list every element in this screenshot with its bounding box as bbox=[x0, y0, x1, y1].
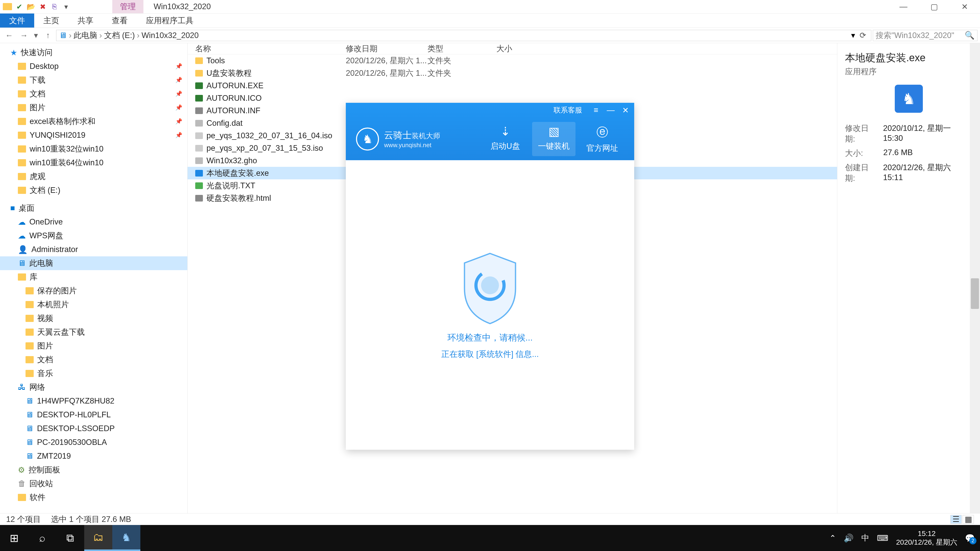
sidebar-item-quick-access[interactable]: 文档 (E:) bbox=[0, 183, 187, 197]
col-header-type[interactable]: 类型 bbox=[428, 43, 496, 54]
tree-control-panel[interactable]: ⚙ 控制面板 bbox=[0, 463, 187, 477]
file-row[interactable]: AUTORUN.EXE bbox=[188, 79, 837, 92]
nav-forward-button[interactable]: → bbox=[18, 30, 30, 41]
nav-back-button[interactable]: ← bbox=[3, 30, 16, 41]
qat-open-folder-icon[interactable]: 📂 bbox=[25, 1, 36, 12]
search-button[interactable]: ⌕ bbox=[28, 525, 56, 551]
sidebar-item[interactable]: 🖥此电脑 bbox=[0, 256, 187, 270]
tree-recycle-bin[interactable]: 🗑 回收站 bbox=[0, 477, 187, 491]
col-header-name[interactable]: 名称 bbox=[195, 43, 346, 54]
nav-up-button[interactable]: ↑ bbox=[41, 30, 55, 41]
installer-minimize-button[interactable]: — bbox=[605, 105, 617, 115]
folder-icon bbox=[18, 173, 26, 180]
folder-icon bbox=[18, 90, 26, 97]
library-icon bbox=[18, 273, 26, 281]
sidebar-item-library[interactable]: 音乐 bbox=[0, 367, 187, 380]
tab-one-click-install[interactable]: ▧ 一键装机 bbox=[532, 122, 576, 156]
breadcrumb[interactable]: 🖥 › 此电脑 › 文档 (E:) › Win10x32_2020 ▾ ⟳ bbox=[56, 30, 871, 41]
file-row[interactable]: U盘安装教程2020/12/26, 星期六 1...文件夹 bbox=[188, 67, 837, 79]
tab-official-site[interactable]: ⓔ 官方网址 bbox=[581, 122, 624, 156]
tree-quick-access[interactable]: ★ 快速访问 bbox=[0, 46, 187, 59]
sidebar-item-quick-access[interactable]: win10重装32位win10 bbox=[0, 142, 187, 156]
breadcrumb-item[interactable]: Win10x32_2020 bbox=[142, 31, 199, 40]
chevron-right-icon[interactable]: › bbox=[99, 31, 102, 40]
close-button[interactable]: ✕ bbox=[950, 0, 980, 14]
file-list[interactable]: Tools2020/12/26, 星期六 1...文件夹U盘安装教程2020/1… bbox=[188, 54, 837, 513]
sidebar-item-quick-access[interactable]: excel表格制作求和📌 bbox=[0, 114, 187, 128]
sidebar-item-library[interactable]: 图片 bbox=[0, 339, 187, 353]
col-header-size[interactable]: 大小 bbox=[496, 43, 547, 54]
qat-dropdown-icon[interactable]: ▾ bbox=[61, 1, 72, 12]
sidebar-item-library[interactable]: 天翼云盘下载 bbox=[0, 325, 187, 339]
breadcrumb-item[interactable]: 此电脑 bbox=[73, 30, 97, 41]
file-row[interactable]: AUTORUN.ICO bbox=[188, 92, 837, 104]
sidebar-item-network-pc[interactable]: 🖥DESKTOP-LSSOEDP bbox=[0, 422, 187, 435]
ime-indicator[interactable]: 中 bbox=[861, 533, 869, 543]
taskbar-explorer[interactable]: 🗂 bbox=[84, 525, 112, 551]
ribbon-tab-view[interactable]: 查看 bbox=[103, 14, 137, 27]
chevron-right-icon[interactable]: › bbox=[69, 31, 72, 40]
qat-folder-icon[interactable] bbox=[2, 1, 13, 12]
clock[interactable]: 15:12 2020/12/26, 星期六 bbox=[896, 529, 957, 546]
qat-check-icon[interactable]: ✔ bbox=[14, 1, 24, 12]
ribbon-tab-tools[interactable]: 应用程序工具 bbox=[137, 14, 203, 27]
contact-support-link[interactable]: 联系客服 bbox=[554, 105, 582, 115]
context-tab-manage[interactable]: 管理 bbox=[112, 0, 143, 13]
keyboard-icon[interactable]: ⌨ bbox=[877, 534, 888, 543]
sidebar-item-quick-access[interactable]: 虎观 bbox=[0, 170, 187, 183]
tab-boot-usb[interactable]: ⇣ 启动U盘 bbox=[484, 122, 527, 156]
tree-desktop[interactable]: ■ 桌面 bbox=[0, 201, 187, 215]
sidebar-item-quick-access[interactable]: 图片📌 bbox=[0, 101, 187, 114]
sidebar-item-library[interactable]: 保存的图片 bbox=[0, 284, 187, 298]
taskbar-installer[interactable]: ♞ bbox=[112, 525, 140, 551]
tray-expand-icon[interactable]: ⌃ bbox=[829, 534, 836, 543]
installer-close-button[interactable]: ✕ bbox=[619, 105, 632, 115]
notifications-button[interactable]: 💬2 bbox=[965, 534, 975, 543]
sidebar-item-network-pc[interactable]: 🖥1H4WPFQ7KZ8HU82 bbox=[0, 394, 187, 408]
qat-close-icon[interactable]: ✖ bbox=[37, 1, 48, 12]
sidebar-item-quick-access[interactable]: 文档📌 bbox=[0, 87, 187, 101]
sidebar-item-network-pc[interactable]: 🖥PC-20190530OBLA bbox=[0, 435, 187, 449]
volume-icon[interactable]: 🔊 bbox=[844, 534, 854, 543]
breadcrumb-item[interactable]: 文档 (E:) bbox=[104, 30, 135, 41]
tree-label: 本机照片 bbox=[37, 299, 69, 310]
maximize-button[interactable]: ▢ bbox=[919, 0, 950, 14]
tree-network[interactable]: 🖧 网络 bbox=[0, 380, 187, 394]
sidebar-item-quick-access[interactable]: 下载📌 bbox=[0, 73, 187, 87]
col-header-date[interactable]: 修改日期 bbox=[346, 43, 428, 54]
column-headers: 名称 修改日期 类型 大小 bbox=[188, 43, 837, 54]
file-row[interactable]: Tools2020/12/26, 星期六 1...文件夹 bbox=[188, 54, 837, 67]
sidebar-item[interactable]: ☁OneDrive bbox=[0, 215, 187, 229]
sidebar-item-network-pc[interactable]: 🖥DESKTOP-HL0PLFL bbox=[0, 408, 187, 422]
nav-recent-dropdown[interactable]: ▾ bbox=[32, 30, 40, 41]
scrollbar-thumb[interactable] bbox=[971, 278, 979, 309]
sidebar-item-network-pc[interactable]: 🖥ZMT2019 bbox=[0, 449, 187, 463]
sidebar-item-library[interactable]: 视频 bbox=[0, 311, 187, 325]
breadcrumb-dropdown-icon[interactable]: ▾ bbox=[851, 30, 855, 40]
search-input[interactable]: 搜索"Win10x32_2020" 🔍 bbox=[873, 30, 977, 41]
sidebar-item-library[interactable]: 本机照片 bbox=[0, 298, 187, 311]
task-view-button[interactable]: ⧉ bbox=[56, 525, 84, 551]
installer-menu-button[interactable]: ≡ bbox=[590, 105, 602, 115]
start-button[interactable]: ⊞ bbox=[0, 525, 28, 551]
sidebar-item-quick-access[interactable]: Desktop📌 bbox=[0, 59, 187, 73]
ribbon-tab-home[interactable]: 主页 bbox=[34, 14, 68, 27]
chevron-right-icon[interactable]: › bbox=[137, 31, 139, 40]
sidebar-item-library[interactable]: 文档 bbox=[0, 353, 187, 367]
ribbon-tab-share[interactable]: 共享 bbox=[68, 14, 103, 27]
sidebar-item[interactable]: 库 bbox=[0, 270, 187, 284]
minimize-button[interactable]: — bbox=[888, 0, 919, 14]
view-icons-button[interactable]: ▦ bbox=[963, 515, 974, 524]
qat-paste-icon[interactable]: ⎘ bbox=[49, 1, 60, 12]
sidebar-item-quick-access[interactable]: win10重装64位win10 bbox=[0, 156, 187, 170]
scrollbar-track[interactable] bbox=[970, 43, 980, 513]
sidebar-item[interactable]: ☁WPS网盘 bbox=[0, 229, 187, 243]
view-details-button[interactable]: ☰ bbox=[950, 515, 962, 524]
refresh-button[interactable]: ⟳ bbox=[857, 30, 869, 40]
search-icon[interactable]: 🔍 bbox=[965, 30, 975, 40]
sidebar-item[interactable]: 👤Administrator bbox=[0, 243, 187, 256]
sidebar-item-quick-access[interactable]: YUNQISHI2019📌 bbox=[0, 128, 187, 142]
folder-icon bbox=[25, 301, 34, 308]
ribbon-tab-file[interactable]: 文件 bbox=[0, 14, 34, 27]
tree-software[interactable]: 软件 bbox=[0, 491, 187, 504]
